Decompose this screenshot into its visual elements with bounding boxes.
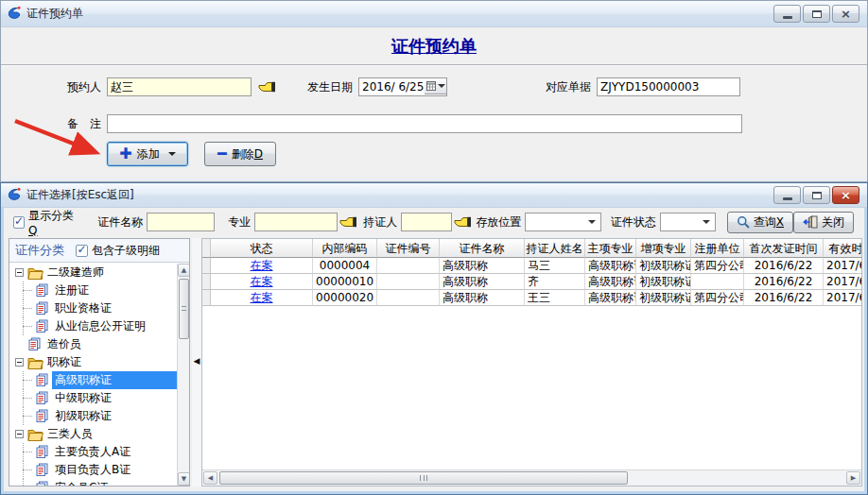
holder-input[interactable] — [401, 213, 452, 231]
chevron-down-icon — [588, 220, 596, 224]
tree-item[interactable]: 职业资格证 — [9, 299, 177, 317]
table-cell: 2016/6/22 — [744, 274, 824, 290]
tree-collapse-icon[interactable] — [15, 430, 24, 438]
maximize-button[interactable] — [803, 5, 830, 23]
tree-item[interactable]: 二级建造师 — [9, 264, 177, 282]
minimize-button[interactable] — [773, 186, 801, 204]
calendar-icon — [426, 81, 436, 91]
tree-item[interactable]: 主要负责人A证 — [9, 443, 177, 461]
tree-item[interactable]: 安全员C证 — [9, 479, 177, 486]
tree-collapse-icon[interactable] — [15, 358, 24, 367]
close-window-button[interactable]: 关闭 — [793, 212, 854, 233]
tree-item-label: 造价员 — [44, 335, 84, 353]
table-header-cell[interactable]: 证件编号 — [377, 239, 440, 258]
tree-scrollbar[interactable]: ▲ ▼ — [177, 264, 189, 486]
table-cell: 2017/6/22 — [824, 258, 861, 274]
status-select[interactable] — [660, 213, 716, 231]
document-icon — [35, 463, 52, 477]
table-header-cell[interactable]: 首次发证时间 — [744, 239, 824, 258]
tree-item[interactable]: 职称证 — [9, 353, 177, 371]
tree-item-label: 项目负责人B证 — [52, 461, 133, 479]
tree-item[interactable]: 初级职称证 — [9, 407, 177, 425]
table-header-cell[interactable]: 持证人姓名 — [525, 239, 585, 258]
table-header-cell[interactable]: 内部编码 — [313, 239, 377, 258]
table-header-cell[interactable]: 主项专业 — [585, 239, 636, 258]
doc-no-input[interactable] — [597, 77, 740, 96]
tree-collapse-icon[interactable] — [15, 268, 24, 277]
table-row[interactable]: 在案00000020高级职称王三高级职称证初级职称证第四分公司2016/6/22… — [202, 290, 861, 306]
scroll-up-button[interactable]: ▲ — [178, 264, 190, 277]
table-cell: 2016/6/22 — [744, 290, 824, 306]
table-header-cell[interactable]: 状态 — [211, 239, 313, 258]
minus-icon: ━ — [217, 146, 227, 162]
holder-label: 持证人 — [363, 214, 397, 230]
table-header-cell[interactable]: 有效时间 — [824, 239, 861, 258]
tree-item[interactable]: 造价员 — [9, 335, 177, 353]
tree-item[interactable]: 三类人员 — [9, 425, 177, 443]
close-button[interactable]: × — [832, 5, 859, 23]
major-input[interactable] — [254, 213, 338, 231]
reservation-titlebar[interactable]: 证件预约单 × — [1, 1, 867, 27]
category-panel: 证件分类 ✓ 包含子级明细 二级建造师 注册证 — [9, 238, 190, 486]
tree-item-label: 中级职称证 — [52, 389, 114, 407]
show-category-checkbox[interactable]: ✓ — [13, 216, 25, 229]
row-indicator — [202, 258, 211, 274]
table-cell: 00000020 — [313, 290, 377, 306]
scroll-down-button[interactable]: ▼ — [178, 472, 190, 486]
h-scroll-thumb[interactable] — [219, 471, 628, 485]
table-cell: 高级职称 — [440, 258, 525, 274]
add-button[interactable]: ✚ 添加 — [107, 142, 188, 166]
remark-label: 备 注 — [50, 114, 101, 133]
table-cell: 2017/6/22 — [824, 290, 861, 306]
tree-item[interactable]: 中级职称证 — [9, 389, 177, 407]
selection-titlebar[interactable]: 证件选择[按Esc返回] × — [1, 183, 867, 208]
tree-item[interactable]: 注册证 — [9, 282, 177, 299]
panel-splitter[interactable]: ◀ — [192, 238, 201, 486]
table-row[interactable]: 在案0000004高级职称马三高级职称证初级职称证第四分公司2016/6/222… — [202, 258, 861, 274]
table-cell: 高级职称证 — [585, 258, 636, 274]
tree-scroll-thumb[interactable] — [179, 279, 189, 339]
app-icon — [7, 186, 22, 204]
exit-door-icon — [803, 215, 818, 229]
search-icon — [737, 215, 750, 229]
tree-item[interactable]: 项目负责人B证 — [9, 461, 177, 479]
status-link[interactable]: 在案 — [211, 258, 313, 274]
table-cell: 第四分公司 — [691, 258, 744, 274]
remark-input[interactable] — [107, 114, 742, 133]
document-icon — [35, 283, 52, 298]
tree-item[interactable]: 高级职称证 — [9, 371, 177, 389]
table-header-cell[interactable]: 注册单位 — [691, 239, 744, 258]
cert-name-input[interactable] — [147, 213, 215, 231]
scroll-right-button[interactable]: ▶ — [846, 471, 860, 485]
minimize-button[interactable] — [773, 5, 801, 23]
plus-icon: ✚ — [119, 146, 131, 162]
category-header: 证件分类 ✓ 包含子级明细 — [9, 239, 189, 263]
table-row[interactable]: 在案00000010高级职称齐高级职称证初级职称证2016/6/222017/6… — [202, 274, 861, 290]
close-button[interactable]: × — [832, 186, 859, 204]
document-icon — [35, 481, 52, 486]
table-cell: 0000004 — [313, 258, 377, 274]
status-link[interactable]: 在案 — [211, 274, 313, 290]
picker-hand-icon[interactable] — [258, 80, 276, 94]
collapse-panel-icon[interactable]: ◀ — [194, 356, 200, 366]
status-link[interactable]: 在案 — [211, 290, 313, 306]
location-select[interactable] — [525, 213, 600, 231]
maximize-button[interactable] — [803, 186, 830, 204]
folder-icon — [27, 428, 44, 441]
document-icon — [35, 373, 52, 387]
picker-hand-icon[interactable] — [454, 215, 472, 229]
scroll-left-button[interactable]: ◀ — [203, 471, 217, 485]
table-h-scrollbar[interactable]: ◀ ▶ — [202, 469, 861, 486]
table-cell: 王三 — [525, 290, 585, 306]
query-button[interactable]: 查询X — [727, 212, 793, 233]
tree-item[interactable]: 从业信息公开证明 — [9, 317, 177, 335]
filter-toolbar: ✓ 显示分类Q 证件名称 专业 持证人 存放位置 — [5, 208, 863, 236]
include-children-checkbox[interactable]: ✓ — [76, 245, 88, 257]
delete-button[interactable]: ━ 删除D — [204, 142, 276, 166]
reservist-input[interactable] — [107, 77, 252, 96]
tree-item-label: 职业资格证 — [52, 299, 114, 317]
table-header-cell[interactable]: 证件名称 — [440, 239, 525, 258]
calendar-dropdown-button[interactable] — [425, 77, 447, 94]
picker-hand-icon[interactable] — [339, 215, 357, 229]
table-header-cell[interactable]: 增项专业 — [636, 239, 691, 258]
